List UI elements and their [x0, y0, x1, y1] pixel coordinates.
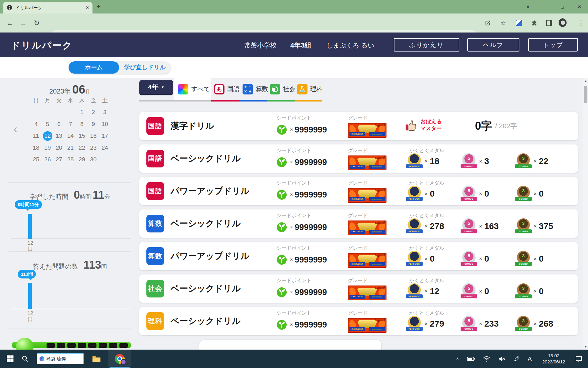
- subject-tab-science[interactable]: 理科: [297, 78, 322, 100]
- kebab-menu-icon[interactable]: ⋮: [577, 19, 585, 27]
- calendar-day[interactable]: 8: [76, 118, 88, 130]
- calendar-day[interactable]: 30: [88, 154, 99, 166]
- tab-underline: [139, 100, 322, 102]
- pen-icon[interactable]: [514, 356, 520, 362]
- page-content: 2023年 06月 ‹ 日月火水木金土 12345678910111213141…: [0, 78, 588, 350]
- subject-tab-math[interactable]: +−×÷ 算数: [243, 78, 268, 100]
- tab-home[interactable]: ホーム: [69, 61, 119, 74]
- answered-axis: [11, 309, 131, 309]
- combo5-medal-count: 5COMBO ×0: [461, 250, 489, 268]
- taskbar-search-icon[interactable]: [21, 355, 29, 362]
- seed-icon: [277, 125, 287, 135]
- reload-icon[interactable]: ↻: [34, 19, 40, 27]
- japanese-icon: あ: [214, 84, 224, 94]
- extensions-puzzle-icon[interactable]: [530, 19, 538, 27]
- drill-row[interactable]: 算数 ベーシックドリル シードポイント × 9999999 グレード Legen…: [139, 209, 578, 238]
- answered-axis-label: 12日: [26, 310, 35, 322]
- volume-muted-icon[interactable]: [498, 356, 506, 362]
- tab-close-icon[interactable]: ×: [86, 5, 89, 10]
- tab-relearn-drill[interactable]: 学び直しドリル: [119, 61, 171, 74]
- calendar-day[interactable]: 14: [65, 130, 76, 142]
- seed-character: [16, 338, 34, 350]
- browser-tab[interactable]: ドリルパーク ×: [3, 2, 92, 13]
- close-icon[interactable]: ×: [571, 0, 588, 13]
- scroll-down-icon[interactable]: ▼: [583, 345, 588, 348]
- ime-mode-indicator[interactable]: A: [528, 355, 532, 362]
- calendar-day[interactable]: 1: [76, 106, 88, 118]
- calendar-day[interactable]: 4: [30, 118, 42, 130]
- back-icon[interactable]: ←: [6, 19, 13, 27]
- forward-icon[interactable]: →: [20, 19, 27, 27]
- profile-avatar[interactable]: [559, 19, 567, 27]
- perfect-medal-icon: PERFECT!: [406, 218, 422, 235]
- calendar-day[interactable]: 17: [99, 130, 111, 142]
- chrome-taskbar-button[interactable]: [108, 350, 131, 368]
- new-tab-button[interactable]: +: [97, 3, 100, 10]
- calendar-day[interactable]: 13: [53, 130, 65, 142]
- extension-blue-icon[interactable]: [515, 19, 523, 27]
- maximize-icon[interactable]: □: [554, 0, 571, 13]
- page-scrollbar[interactable]: ▲ ▼: [583, 78, 588, 350]
- answered-bar: [28, 283, 32, 309]
- notification-center-icon[interactable]: [575, 355, 582, 362]
- calendar-prev-icon[interactable]: ‹: [13, 124, 17, 135]
- calendar-day[interactable]: 5: [42, 118, 53, 130]
- drill-row[interactable]: 理科 ベーシックドリル シードポイント × 9999999 グレード Legen…: [139, 307, 578, 335]
- drill-row[interactable]: 社会 ベーシックドリル シードポイント × 9999999 グレード Legen…: [139, 274, 578, 303]
- calendar-day[interactable]: 21: [65, 142, 76, 154]
- calendar-day[interactable]: 26: [42, 154, 53, 166]
- start-button[interactable]: [7, 355, 13, 362]
- calendar-day[interactable]: 20: [53, 142, 65, 154]
- calendar-day[interactable]: 10: [99, 118, 111, 130]
- side-panel-icon[interactable]: [545, 19, 553, 27]
- file-explorer-icon[interactable]: [92, 355, 101, 363]
- browser-toolbar: ← → ↻ miraiseed7.benesse.ne.jp/seed/vw05…: [0, 13, 588, 33]
- subject-tab-japanese[interactable]: あ 国語: [214, 78, 239, 100]
- calendar-day-selected[interactable]: 12: [42, 130, 53, 142]
- calendar-day[interactable]: 28: [65, 154, 76, 166]
- calendar-day[interactable]: 18: [30, 142, 42, 154]
- calendar-day[interactable]: 6: [53, 118, 65, 130]
- top-button[interactable]: トップ: [528, 38, 578, 52]
- calendar-day[interactable]: 11: [30, 130, 42, 142]
- calendar-day[interactable]: 22: [76, 142, 88, 154]
- review-button[interactable]: ふりかえり: [394, 38, 459, 52]
- taskbar-search-input[interactable]: 島袋 琉偉: [37, 353, 84, 364]
- calendar-day[interactable]: 24: [99, 142, 111, 154]
- calendar-day[interactable]: 3: [99, 106, 111, 118]
- calendar-day[interactable]: 19: [42, 142, 53, 154]
- oboeru-master: おぼえる マスター: [404, 118, 442, 132]
- calendar-day[interactable]: 7: [65, 118, 76, 130]
- taskbar-clock[interactable]: 13:02 2023/06/12: [540, 353, 568, 365]
- scrollbar-thumb[interactable]: [584, 86, 587, 103]
- seed-points-label: シードポイント: [277, 115, 311, 121]
- drill-row[interactable]: 国語 パワーアップドリル シードポイント × 9999999 グレード Lege…: [139, 177, 578, 205]
- calendar-day[interactable]: 2: [88, 106, 99, 118]
- help-button[interactable]: ヘルプ: [467, 38, 519, 52]
- scroll-up-icon[interactable]: ▲: [583, 79, 588, 82]
- wifi-icon[interactable]: [483, 356, 490, 362]
- grade-label: グレード: [348, 310, 368, 316]
- calendar-day[interactable]: 15: [76, 130, 88, 142]
- calendar-day[interactable]: 27: [53, 154, 65, 166]
- calendar-day[interactable]: 25: [30, 154, 42, 166]
- next-drill-row-partial: [199, 340, 381, 350]
- subject-tab-social[interactable]: 社会: [270, 78, 295, 100]
- seed-points-value: × 9999999: [277, 252, 327, 267]
- calendar-day[interactable]: 9: [88, 118, 99, 130]
- combo3-medal-count: 3COMBO ×375: [515, 217, 553, 235]
- tray-chevron-icon[interactable]: ∧: [456, 356, 459, 362]
- drill-row[interactable]: 算数 パワーアップドリル シードポイント × 9999999 グレード Lege…: [139, 242, 578, 270]
- minimize-icon[interactable]: ─: [537, 0, 554, 13]
- window-menu-icon[interactable]: ∨: [519, 0, 537, 13]
- subject-tab-all[interactable]: すべて: [178, 78, 210, 100]
- battery-icon[interactable]: [467, 356, 475, 361]
- share-icon[interactable]: [484, 19, 492, 27]
- calendar-day[interactable]: 23: [88, 142, 99, 154]
- calendar-day[interactable]: 29: [76, 154, 88, 166]
- bookmark-star-icon[interactable]: ☆: [499, 19, 507, 27]
- drill-row[interactable]: 国語 ベーシックドリル シードポイント × 9999999 グレード Legen…: [139, 144, 578, 173]
- calendar-day[interactable]: 16: [88, 130, 99, 142]
- drill-row-kanji[interactable]: 国語 漢字ドリル シードポイント × 9999999 グレード Legend E…: [139, 112, 578, 140]
- grade-select[interactable]: 4年▼: [139, 80, 173, 95]
